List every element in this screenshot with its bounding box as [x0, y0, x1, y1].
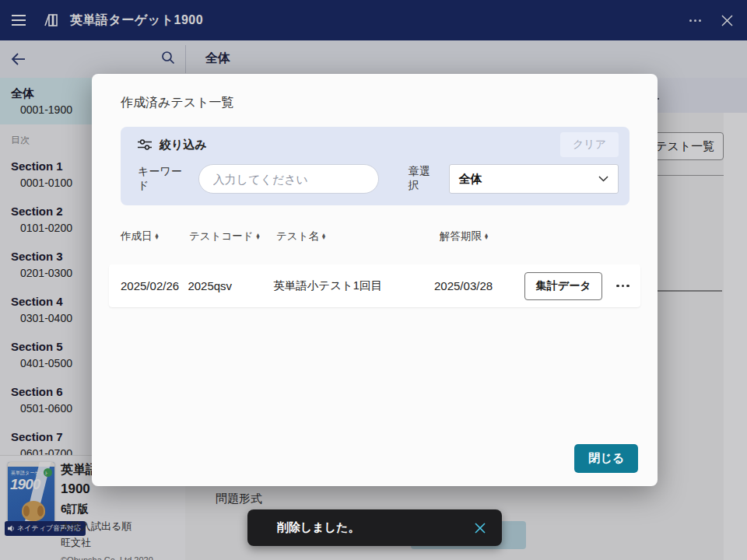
- chapter-select-value: 全体: [459, 172, 482, 187]
- test-table-row: 2025/02/26 2025qsv 英単語小テスト1回目 2025/03/28…: [109, 264, 640, 307]
- filter-sliders-icon: [138, 138, 152, 151]
- sort-icon: ▴▾: [257, 233, 260, 240]
- header-deadline[interactable]: 解答期限 ▴▾: [440, 229, 488, 243]
- row-more-options-icon[interactable]: [613, 278, 633, 294]
- sort-icon: ▴▾: [156, 233, 159, 240]
- sort-icon: ▴▾: [485, 233, 488, 240]
- cell-deadline: 2025/03/28: [434, 279, 524, 292]
- header-test-code[interactable]: テストコード ▴▾: [189, 229, 276, 243]
- sort-icon: ▴▾: [322, 233, 325, 240]
- filter-panel: 絞り込み クリア キーワード 章選択 全体: [121, 127, 630, 205]
- tests-table-header: 作成日 ▴▾ テストコード ▴▾ テスト名 ▴▾ 解答期限 ▴▾: [121, 229, 630, 243]
- cell-test-name: 英単語小テスト1回目: [273, 278, 434, 294]
- keyword-input[interactable]: [198, 164, 379, 194]
- chapter-select-label: 章選択: [409, 165, 438, 193]
- header-test-name[interactable]: テスト名 ▴▾: [276, 229, 440, 243]
- created-tests-dialog: 作成済みテスト一覧 絞り込み クリア キーワード 章選択 全体: [92, 74, 658, 486]
- clear-filter-button[interactable]: クリア: [560, 132, 619, 157]
- toast-message: 削除しました。: [277, 520, 359, 535]
- chapter-select[interactable]: 全体: [449, 164, 619, 194]
- cell-test-code: 2025qsv: [188, 279, 273, 292]
- keyword-label: キーワード: [138, 165, 188, 193]
- toast-close-icon[interactable]: [471, 519, 489, 537]
- header-created-date[interactable]: 作成日 ▴▾: [121, 229, 189, 243]
- dialog-title: 作成済みテスト一覧: [121, 95, 234, 111]
- delete-toast: 削除しました。: [247, 509, 502, 546]
- filter-label: 絞り込み: [160, 138, 207, 152]
- aggregate-data-button[interactable]: 集計データ: [524, 272, 603, 300]
- cell-created-date: 2025/02/26: [121, 279, 188, 292]
- close-dialog-button[interactable]: 閉じる: [574, 444, 638, 473]
- chevron-down-icon: [598, 176, 608, 182]
